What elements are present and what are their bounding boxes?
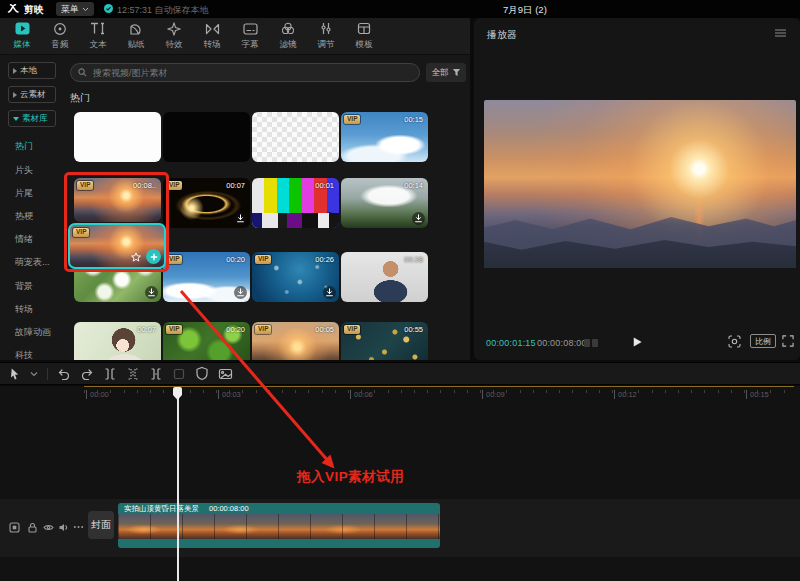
category-outro[interactable]: 片尾 xyxy=(15,187,33,200)
asset-thumb-fish[interactable]: VIP 00:55 xyxy=(341,322,428,360)
asset-duration: 00:15 xyxy=(404,115,423,124)
download-icon[interactable] xyxy=(234,286,247,299)
asset-duration: 00:20 xyxy=(226,325,245,334)
player-menu-icon[interactable] xyxy=(775,29,786,37)
vip-badge: VIP xyxy=(344,115,360,124)
select-tool-button[interactable] xyxy=(8,367,21,381)
redo-button[interactable] xyxy=(80,367,94,381)
asset-thumb-light-swirl[interactable]: VIP 00:07 xyxy=(163,178,250,228)
mask-shield-button[interactable] xyxy=(195,366,209,381)
select-tool-dropdown[interactable] xyxy=(30,371,38,377)
asset-thumb-man-talking[interactable]: 00:28 xyxy=(341,252,428,302)
mute-track-icon[interactable] xyxy=(58,522,69,533)
templates-icon xyxy=(357,22,371,36)
split-button[interactable] xyxy=(103,367,117,381)
tab-text[interactable]: 文本 xyxy=(79,18,117,54)
asset-thumb-mountains[interactable]: 00:14 xyxy=(341,178,428,228)
undo-button[interactable] xyxy=(57,367,71,381)
asset-thumb-sky[interactable]: VIP 00:15 xyxy=(341,112,428,162)
tab-label: 模板 xyxy=(356,39,373,51)
asset-thumb-daysky[interactable]: VIP 00:20 xyxy=(163,252,250,302)
asset-thumb-colorbars[interactable]: 00:01 xyxy=(252,178,339,228)
tab-adjust[interactable]: 调节 xyxy=(307,18,345,54)
fullscreen-button[interactable] xyxy=(782,335,794,347)
tab-captions[interactable]: 字幕 xyxy=(231,18,269,54)
sidebar-item-local[interactable]: 本地 xyxy=(8,62,56,79)
category-tech[interactable]: 科技 xyxy=(15,349,33,360)
clip-filmstrip xyxy=(118,514,440,539)
category-memes[interactable]: 热梗 xyxy=(15,210,33,223)
filter-all-button[interactable]: 全部 xyxy=(426,63,466,82)
category-glitch[interactable]: 故障动画 xyxy=(15,326,51,339)
caret-right-icon xyxy=(13,68,17,74)
media-tabstrip: 媒体 音频 文本 贴纸 xyxy=(0,18,470,55)
tab-templates[interactable]: 模板 xyxy=(345,18,383,54)
asset-thumb-sunset-hills[interactable]: VIP 00:05 xyxy=(252,322,339,360)
asset-thumb-underwater[interactable]: VIP 00:26 xyxy=(252,252,339,302)
asset-thumb-leaves[interactable]: VIP 00:20 xyxy=(163,322,250,360)
clip-header: 实拍山顶黄昏日落美景 00:00:08:00 xyxy=(118,503,440,514)
tab-transitions[interactable]: 转场 xyxy=(193,18,231,54)
tab-sticker[interactable]: 贴纸 xyxy=(117,18,155,54)
tab-audio[interactable]: 音频 xyxy=(41,18,79,54)
tab-label: 转场 xyxy=(204,39,221,51)
frame-indicator xyxy=(584,339,598,347)
sidebar-item-library[interactable]: 素材库 xyxy=(8,110,56,127)
play-button[interactable] xyxy=(629,334,645,350)
delete-button-disabled[interactable] xyxy=(172,367,186,381)
toolbar-divider xyxy=(47,368,48,380)
category-hot[interactable]: 热门 xyxy=(15,140,33,153)
asset-duration: 00:08.. xyxy=(133,181,156,190)
category-intro[interactable]: 片头 xyxy=(15,164,33,177)
asset-duration: 00:07 xyxy=(226,181,245,190)
cover-button[interactable]: 封面 xyxy=(88,511,114,539)
download-icon[interactable] xyxy=(412,212,425,225)
asset-thumb-sunset[interactable]: VIP 00:08.. xyxy=(74,178,161,222)
category-transition[interactable]: 转场 xyxy=(15,303,33,316)
split-left-button[interactable] xyxy=(126,367,140,381)
asset-thumb-black[interactable] xyxy=(163,112,250,162)
asset-duration: 00:07 xyxy=(137,325,156,334)
hide-track-icon[interactable] xyxy=(43,523,54,532)
main-track-icon[interactable] xyxy=(9,522,20,533)
ruler-label: 00:00 xyxy=(86,390,109,399)
download-icon[interactable] xyxy=(323,286,336,299)
asset-thumb-anime[interactable]: 00:07 xyxy=(74,322,161,360)
timeline-ruler[interactable] xyxy=(84,390,794,393)
download-icon[interactable] xyxy=(323,212,336,225)
add-to-track-button[interactable] xyxy=(146,249,161,264)
more-track-options-icon[interactable] xyxy=(73,525,84,529)
image-matting-button[interactable] xyxy=(218,367,233,381)
search-input[interactable] xyxy=(70,63,420,82)
lock-track-icon[interactable] xyxy=(27,522,38,533)
vip-badge: VIP xyxy=(166,325,182,334)
timeline-clip[interactable]: 实拍山顶黄昏日落美景 00:00:08:00 xyxy=(118,503,440,548)
category-pets[interactable]: 萌宠表... xyxy=(15,256,50,269)
tab-media[interactable]: 媒体 xyxy=(3,18,41,54)
download-icon[interactable] xyxy=(234,212,247,225)
snapshot-button[interactable] xyxy=(728,335,741,348)
autosave-status: 12:57:31 自动保存本地 xyxy=(117,4,209,17)
asset-thumb-sunset-selected[interactable]: VIP xyxy=(68,223,166,269)
tab-effects[interactable]: 特效 xyxy=(155,18,193,54)
captions-icon xyxy=(243,22,258,36)
player-title: 播放器 xyxy=(487,28,517,42)
ruler-label: 00:03 xyxy=(218,390,241,399)
split-right-button[interactable] xyxy=(149,367,163,381)
ruler-label: 00:09 xyxy=(482,390,505,399)
video-preview[interactable] xyxy=(484,100,796,268)
timeline-toolbar xyxy=(0,362,800,385)
sidebar-item-cloud[interactable]: 云素材 xyxy=(8,86,56,103)
vip-badge: VIP xyxy=(344,325,360,334)
tab-filters[interactable]: 滤镜 xyxy=(269,18,307,54)
favorite-star-icon[interactable] xyxy=(131,252,141,262)
download-icon[interactable] xyxy=(145,286,158,299)
ratio-button[interactable]: 比例 xyxy=(750,334,776,348)
menu-button[interactable]: 菜单 xyxy=(56,2,94,16)
category-background[interactable]: 背景 xyxy=(15,280,33,293)
category-mood[interactable]: 情绪 xyxy=(15,233,33,246)
asset-thumb-transparent[interactable] xyxy=(252,112,339,162)
asset-thumb-white[interactable] xyxy=(74,112,161,162)
timeline-range-bar xyxy=(84,386,794,387)
text-icon xyxy=(90,22,106,36)
